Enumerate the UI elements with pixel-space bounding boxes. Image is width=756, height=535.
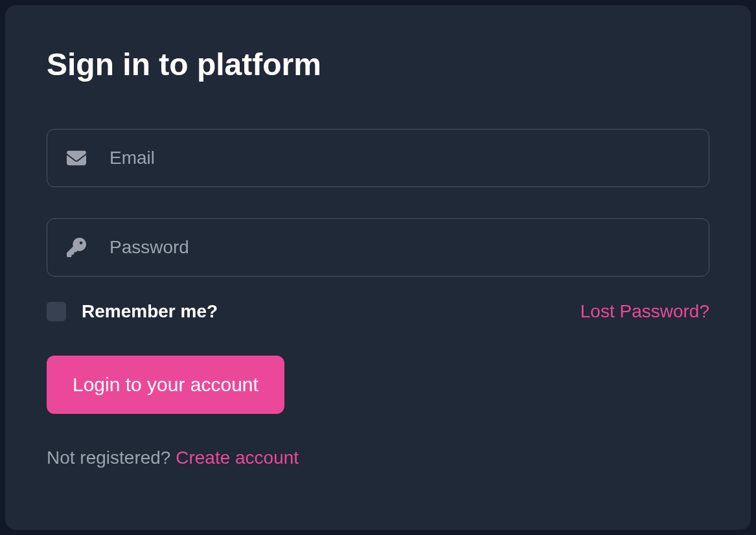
- footer-text: Not registered? Create account: [47, 448, 709, 468]
- remember-checkbox[interactable]: [47, 302, 66, 321]
- remember-wrap: Remember me?: [47, 301, 218, 322]
- email-field[interactable]: [109, 148, 689, 168]
- options-row: Remember me? Lost Password?: [47, 301, 709, 322]
- footer-prefix: Not registered?: [47, 448, 176, 468]
- login-button[interactable]: Login to your account: [47, 356, 284, 414]
- password-input-group: [47, 218, 709, 277]
- key-icon: [67, 238, 86, 257]
- page-title: Sign in to platform: [47, 47, 709, 82]
- envelope-icon: [67, 148, 86, 168]
- lost-password-link[interactable]: Lost Password?: [580, 301, 709, 322]
- password-field[interactable]: [109, 237, 689, 258]
- create-account-link[interactable]: Create account: [176, 448, 299, 468]
- remember-label: Remember me?: [82, 301, 218, 322]
- signin-card: Sign in to platform Remember me? Lost Pa…: [5, 5, 751, 530]
- email-input-group: [47, 129, 709, 187]
